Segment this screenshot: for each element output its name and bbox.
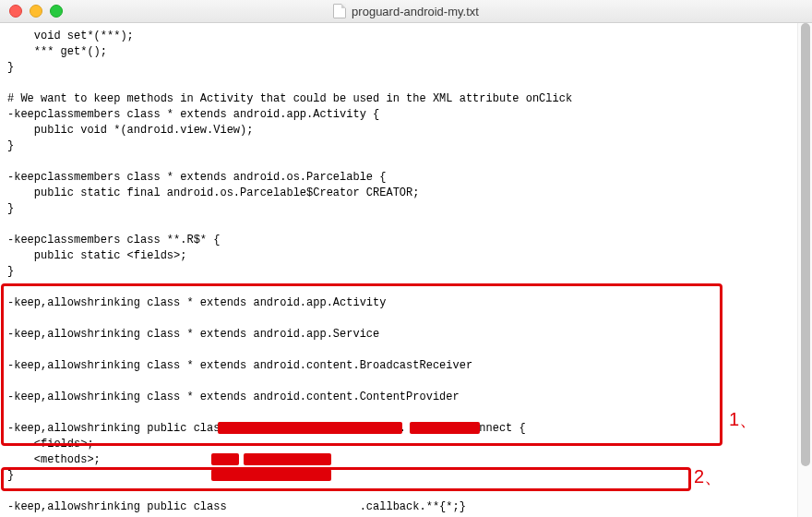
editor-content[interactable]: void set*(***); *** get*(); } # We want … bbox=[0, 23, 812, 517]
window-root: proguard-android-my.txt void set*(***); … bbox=[0, 0, 812, 517]
minimize-icon[interactable] bbox=[30, 5, 42, 18]
redaction-bar bbox=[218, 422, 402, 434]
redaction-bar bbox=[410, 422, 480, 434]
traffic-lights bbox=[0, 5, 63, 18]
scrollbar-thumb[interactable] bbox=[801, 23, 810, 466]
redaction-bar bbox=[211, 453, 239, 465]
annotation-box-2 bbox=[1, 467, 691, 491]
scrollbar-track[interactable] bbox=[797, 23, 812, 517]
annotation-label-2: 2、 bbox=[694, 464, 722, 489]
maximize-icon[interactable] bbox=[50, 5, 63, 18]
close-icon[interactable] bbox=[9, 5, 22, 18]
redaction-bar bbox=[244, 453, 331, 465]
window-title: proguard-android-my.txt bbox=[0, 4, 812, 18]
window-title-text: proguard-android-my.txt bbox=[352, 5, 479, 18]
redaction-bar bbox=[211, 469, 331, 481]
annotation-label-1: 1、 bbox=[729, 407, 758, 432]
titlebar[interactable]: proguard-android-my.txt bbox=[0, 0, 812, 23]
document-icon bbox=[333, 4, 346, 18]
